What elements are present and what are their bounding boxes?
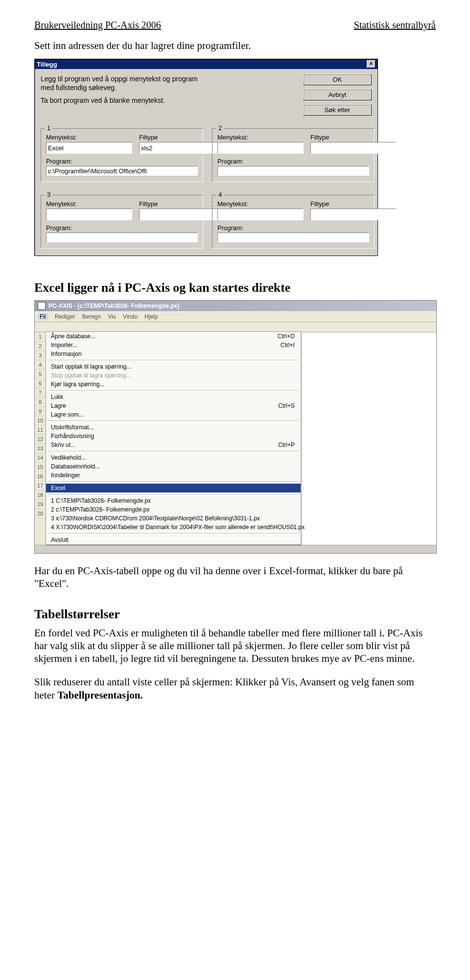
running-header: Brukerveiledning PC-Axis 2006 Statistisk… bbox=[34, 20, 436, 31]
menu-item-label: Avslutt bbox=[51, 536, 69, 544]
menu-item[interactable]: Lagre som... bbox=[46, 410, 301, 419]
menu-item-label: Excel bbox=[51, 484, 65, 492]
row-number: 2 bbox=[35, 342, 46, 351]
menu-item[interactable]: LagreCtrl+S bbox=[46, 401, 301, 410]
row-number: 18 bbox=[35, 490, 46, 500]
menu-item[interactable]: Databaseinnhold... bbox=[46, 462, 301, 471]
menu-item[interactable]: 1 C:\TEMP\Tab3026- Folkemengde.px bbox=[46, 496, 301, 505]
group-legend: 2 bbox=[216, 124, 224, 132]
menu-item[interactable]: Excel bbox=[46, 484, 301, 492]
menutext-label: Menytekst: bbox=[46, 200, 132, 208]
menu-item[interactable]: Inndelinger bbox=[46, 471, 301, 480]
menu-item[interactable]: Lukk bbox=[46, 393, 301, 401]
file-menu-dropdown: Åpne database...Ctrl+OImporter...Ctrl+II… bbox=[46, 331, 301, 545]
mid-heading: Excel ligger nå i PC-Axis og kan startes… bbox=[34, 280, 436, 295]
menutext-label: Menytekst: bbox=[217, 200, 304, 208]
menu-item-shortcut: Ctrl+P bbox=[258, 441, 295, 449]
program-label: Program: bbox=[46, 158, 198, 165]
row-number: 16 bbox=[35, 472, 46, 481]
group-3: 3 Menytekst: Filtype Program: bbox=[41, 195, 203, 249]
tillegg-dialog: Tillegg × Legg til program ved å oppgi m… bbox=[34, 59, 378, 256]
menu-rediger[interactable]: Rediger bbox=[55, 313, 75, 320]
close-icon[interactable]: × bbox=[367, 60, 376, 68]
program-input-4[interactable] bbox=[217, 233, 369, 242]
menu-item[interactable]: Åpne database...Ctrl+O bbox=[46, 332, 301, 341]
menu-separator bbox=[48, 420, 299, 421]
pcaxis-title-text: PC-AXIS - [c:\TEMP\Tab3026- Folkemengde.… bbox=[48, 303, 179, 309]
row-number: 12 bbox=[35, 435, 46, 444]
row-number: 17 bbox=[35, 481, 46, 490]
menu-item[interactable]: Vedlikehold... bbox=[46, 453, 301, 462]
filetype-input-2[interactable] bbox=[310, 142, 397, 154]
menu-item: Stop opptak til lagra spørring... bbox=[46, 371, 301, 380]
menu-item-label: Forhåndsvisning bbox=[51, 432, 94, 441]
menu-hjelp[interactable]: Hjelp bbox=[144, 313, 158, 320]
menu-item[interactable]: Skriv ut...Ctrl+P bbox=[46, 441, 301, 449]
menu-item[interactable]: Forhåndsvisning bbox=[46, 432, 301, 441]
after-menu-paragraph: Har du en PC-Axis-tabell oppe og du vil … bbox=[34, 564, 436, 590]
menu-item-label: 3 x:\730\Nordisk CDROM\CDrom 2004\Testpl… bbox=[51, 514, 260, 523]
header-right: Statistisk sentralbyrå bbox=[354, 20, 436, 31]
menu-item[interactable]: Kjør lagra spørring... bbox=[46, 380, 301, 389]
row-number: 1 bbox=[35, 332, 46, 342]
menu-separator bbox=[48, 481, 299, 482]
menu-beregn[interactable]: Beregn bbox=[82, 313, 101, 320]
ok-button[interactable]: OK bbox=[303, 74, 372, 85]
row-number: 15 bbox=[35, 463, 46, 472]
menu-item-label: Start opptak til lagra spørring... bbox=[51, 362, 131, 371]
menutext-input-1[interactable] bbox=[46, 142, 132, 154]
menu-item-label: Inndelinger bbox=[51, 471, 80, 480]
filetype-label: Filtype bbox=[310, 200, 397, 208]
group-legend: 3 bbox=[45, 191, 52, 198]
menutext-input-2[interactable] bbox=[217, 142, 304, 154]
program-input-3[interactable] bbox=[46, 233, 198, 242]
intro-line: Sett inn adressen der du har lagret dine… bbox=[34, 40, 436, 52]
row-number: 13 bbox=[35, 444, 46, 453]
row-number: 8 bbox=[35, 397, 46, 407]
menu-separator bbox=[48, 451, 299, 452]
menu-item-label: Informasjon bbox=[51, 350, 82, 358]
menutext-input-3[interactable] bbox=[46, 209, 132, 220]
section-heading: Tabellstørrelser bbox=[34, 607, 436, 622]
status-bar bbox=[35, 545, 436, 553]
dialog-title: Tillegg bbox=[37, 61, 57, 68]
menu-item[interactable]: Avslutt bbox=[46, 536, 301, 544]
row-number: 7 bbox=[35, 388, 46, 397]
menu-item[interactable]: 3 x:\730\Nordisk CDROM\CDrom 2004\Testpl… bbox=[46, 514, 301, 523]
program-label: Program: bbox=[217, 224, 369, 232]
menu-item[interactable]: Start opptak til lagra spørring... bbox=[46, 362, 301, 371]
row-numbers: 1234567891011121314151617181920 bbox=[35, 332, 46, 545]
program-input-2[interactable] bbox=[217, 166, 369, 176]
menu-item[interactable]: Informasjon bbox=[46, 350, 301, 358]
menu-item[interactable]: Utskriftsformat... bbox=[46, 423, 301, 432]
menutext-input-4[interactable] bbox=[217, 209, 304, 220]
menutext-label: Menytekst: bbox=[217, 134, 304, 141]
group-1: 1 Menytekst: Filtype Program: bbox=[41, 128, 203, 182]
browse-button[interactable]: Søk etter bbox=[303, 104, 372, 116]
cancel-button[interactable]: Avbryt bbox=[303, 89, 372, 100]
menu-item[interactable]: Importer...Ctrl+I bbox=[46, 341, 301, 350]
menu-separator bbox=[48, 360, 299, 361]
menu-item-label: Kjør lagra spørring... bbox=[51, 380, 104, 389]
menu-item-label: Åpne database... bbox=[51, 332, 95, 341]
menu-item-shortcut: Ctrl+O bbox=[258, 332, 295, 341]
row-number: 11 bbox=[35, 425, 46, 435]
menu-fil[interactable]: Fil bbox=[38, 313, 48, 320]
menu-vindu[interactable]: Vindu bbox=[123, 313, 138, 320]
menu-item-label: 1 C:\TEMP\Tab3026- Folkemengde.px bbox=[51, 496, 151, 505]
dialog-desc-line: Legg til program ved å oppgi menytekst o… bbox=[41, 75, 198, 83]
dialog-description: Legg til program ved å oppgi menytekst o… bbox=[41, 74, 198, 116]
row-number: 19 bbox=[35, 500, 46, 509]
program-input-1[interactable] bbox=[46, 166, 198, 176]
section-paragraph-1: En fordel ved PC-Axis er muligheten til … bbox=[34, 627, 436, 665]
menu-item-label: Lukk bbox=[51, 393, 63, 401]
menu-item[interactable]: 4 X:\730\NORDISK\2004\Tabeller til Danma… bbox=[46, 523, 301, 532]
menu-item-label: Databaseinnhold... bbox=[51, 462, 100, 471]
pcaxis-window: PC-AXIS - [c:\TEMP\Tab3026- Folkemengde.… bbox=[34, 300, 437, 554]
program-label: Program: bbox=[46, 224, 198, 232]
filetype-input-4[interactable] bbox=[310, 209, 397, 220]
menu-vis[interactable]: Vis bbox=[108, 313, 116, 320]
row-number: 14 bbox=[35, 453, 46, 463]
row-number: 9 bbox=[35, 407, 46, 416]
menu-item[interactable]: 2 c:\TEMP\Tab3026- Folkemengde.px bbox=[46, 505, 301, 514]
